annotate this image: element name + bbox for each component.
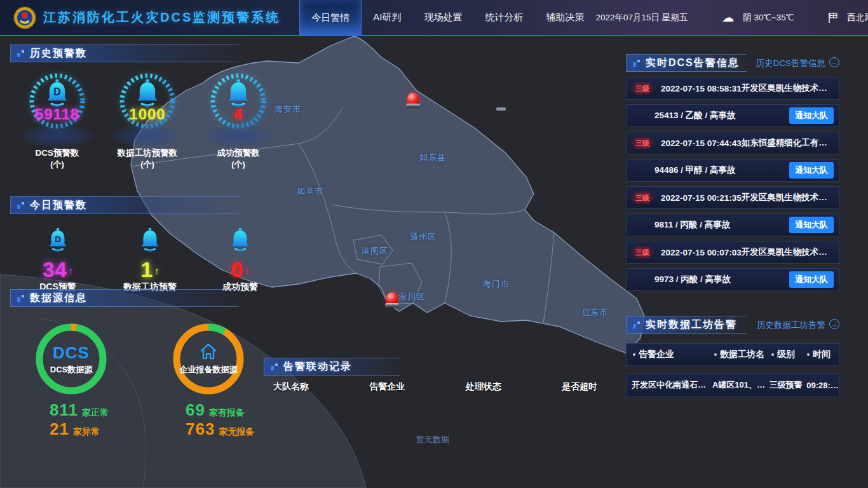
wind-text: 西北风2级 [847,12,868,24]
up-arrow-icon: ↑ [68,266,73,276]
workshop-alarm-row[interactable]: 开发区中化南通石化储运... A罐区101、10... 三级预警 09:28:1… [626,373,839,397]
alarm-detail-row[interactable]: 94486 / 甲醇 / 高事故 通知大队 [626,159,839,182]
bell-d-icon: D [44,78,71,107]
alarm-company: 开发区奥凯生物技术开发有限... [742,83,834,94]
tab-decision-support[interactable]: 辅助决策 [534,0,595,36]
bell-icon [134,78,161,107]
stat-label: 成功预警数 [194,147,283,159]
col-alarm-company: 告警企业 [633,349,714,360]
bell-icon [139,227,161,252]
bell-d-icon: D [46,227,69,252]
col-brigade: 大队名称 [273,381,309,393]
panel-chart-icon [17,50,24,57]
alarm-header-row[interactable]: 三级 2022-07-15 08:58:31 开发区奥凯生物技术开发有限... [626,77,839,100]
alarm-beacon-icon[interactable] [406,93,420,111]
fire-emblem-icon [13,6,37,30]
tab-ai-analysis[interactable]: AI研判 [362,0,412,36]
today-stat-dcs: D 34↑ DCS预警 [10,227,105,255]
flag-icon [828,12,838,24]
alarm-header-row[interactable]: 三级 2022-07-15 00:21:35 开发区奥凯生物技术开发有限... [626,186,839,209]
stat-label: 数据工坊预警数 [103,147,192,159]
svg-text:D: D [55,234,61,244]
linkage-panel-title: 告警联动记录 [283,360,352,374]
map-island-shape [496,107,506,111]
panel-chart-icon [17,295,24,302]
dashboard: 海安市 如东县 如皋市 通州区 港闸区 崇川区 海门市 启东市 江苏消防化工火灾… [0,0,868,488]
dcs-history-link[interactable]: 历史DCS告警信息 [756,58,825,69]
notify-brigade-button[interactable]: 通知大队 [789,107,834,124]
notify-brigade-button[interactable]: 通知大队 [789,217,834,233]
alarm-time: 2022-07-15 00:07:03 [661,248,742,257]
panel-chart-icon [17,202,24,209]
arrow-right-icon[interactable]: → [829,319,839,329]
stat-value: 4 [194,105,283,123]
ws-level: 三级预警 [770,379,807,391]
notify-brigade-button[interactable]: 通知大队 [789,162,834,179]
date-text: 2022年07月15日 星期五 [595,12,688,24]
alarm-detail: 25413 / 乙酸 / 高事故 [654,110,736,121]
linkage-panel: 告警联动记录 [264,358,620,376]
alarm-detail-row[interactable]: 9973 / 丙酸 / 高事故 通知大队 [626,268,839,291]
tab-today-alerts[interactable]: 今日警情 [299,0,362,36]
legend-abnormal: 21家异常 [50,419,100,439]
workshop-table-header: 告警企业 数据工坊名 级别 时间 [626,343,839,366]
level-badge: 三级 [630,137,654,149]
alarm-time: 2022-07-15 07:44:43 [661,139,742,148]
arrow-right-icon[interactable]: → [829,57,839,67]
main-nav: 今日警情 AI研判 现场处置 统计分析 辅助决策 [299,0,595,36]
ws-workshop: A罐区101、10... [712,379,770,391]
level-badge: 三级 [630,82,654,95]
today-stat-workshop: 1↑ 数据工坊预警 [102,227,198,255]
stat-shadow [202,125,275,147]
alarm-detail-row[interactable]: 9811 / 丙酸 / 高事故 通知大队 [626,214,839,236]
app-title: 江苏消防化工火灾DCS监测预警系统 [43,9,280,26]
alarm-detail-row[interactable]: 25413 / 乙酸 / 高事故 通知大队 [626,104,839,127]
today-stat-success: 0↑ 成功预警 [193,227,288,255]
alarm-header-row[interactable]: 三级 2022-07-15 07:44:43 如东恒盛精细化工有限公司 [626,132,839,154]
legend-normal: 811家正常 [50,400,109,420]
stat-value: 59118 [13,105,102,123]
history-warning-panel: 历史预警数 D 59118 DCS预警数 (个) [10,44,285,172]
map-label-haimen: 海门市 [483,278,510,290]
today-warning-panel: 今日预警数 D 34↑ DCS预警 1↑ 数据工坊预警 [10,196,285,298]
alarm-detail: 94486 / 甲醇 / 高事故 [654,165,736,176]
map-label-chongchuan: 崇川区 [398,291,425,302]
alarm-beacon-icon[interactable] [385,292,399,310]
ws-time: 09:28:12 [806,381,839,390]
donut-center-title: DCS [42,343,100,363]
level-badge: 三级 [630,191,654,204]
ws-company: 开发区中化南通石化储运... [632,379,712,391]
cloud-icon: ☁ [722,11,734,24]
level-badge: 三级 [630,246,654,259]
tab-statistics[interactable]: 统计分析 [473,0,534,36]
map-label-rugao: 如皋市 [297,186,323,197]
alarm-header-row[interactable]: 三级 2022-07-15 00:07:03 开发区奥凯生物技术开发有限... [626,241,839,264]
up-arrow-icon: ↑ [154,266,159,276]
alarm-company: 开发区奥凯生物技术开发有限... [742,247,834,258]
linkage-panel-header: 告警联动记录 [264,358,400,376]
col-workshop-name: 数据工坊名 [714,349,771,360]
stat-value: 1000 [103,105,192,123]
alarm-time: 2022-07-15 00:21:35 [661,193,742,203]
datasource-panel-header: 数据源信息 [10,289,239,307]
workshop-history-link[interactable]: 历史数据工坊告警 [757,320,825,331]
map-label-tongzhou: 通州区 [410,231,437,243]
dcs-alarm-title: 实时DCS告警信息 [646,57,740,70]
empty-data-text: 暂无数据 [416,434,449,445]
dcs-alarm-panel: 实时DCS告警信息 历史DCS告警信息 → 三级 2022-07-15 08:5… [626,54,839,308]
today-panel-title: 今日预警数 [30,199,87,212]
stat-shadow [111,125,184,147]
header-info: 2022年07月15日 星期五 ☁ 阴 30℃~35℃ 西北风2级 [595,11,868,24]
alarm-company: 开发区奥凯生物技术开发有限... [742,192,834,203]
tab-onsite-handling[interactable]: 现场处置 [412,0,473,36]
col-time: 时间 [807,349,831,360]
history-panel-header: 历史预警数 [10,44,239,62]
weather-text: 阴 30℃~35℃ [743,12,794,24]
home-icon [199,342,218,360]
notify-brigade-button[interactable]: 通知大队 [789,271,834,288]
map-label-gangzha: 港闸区 [362,245,388,257]
stat-unit: (个) [194,159,283,170]
donut-center-sub: DCS数据源 [42,364,100,376]
linkage-table-header: 大队名称 告警企业 处理状态 是否超时 [273,381,597,393]
alarm-time: 2022-07-15 08:58:31 [661,84,742,93]
